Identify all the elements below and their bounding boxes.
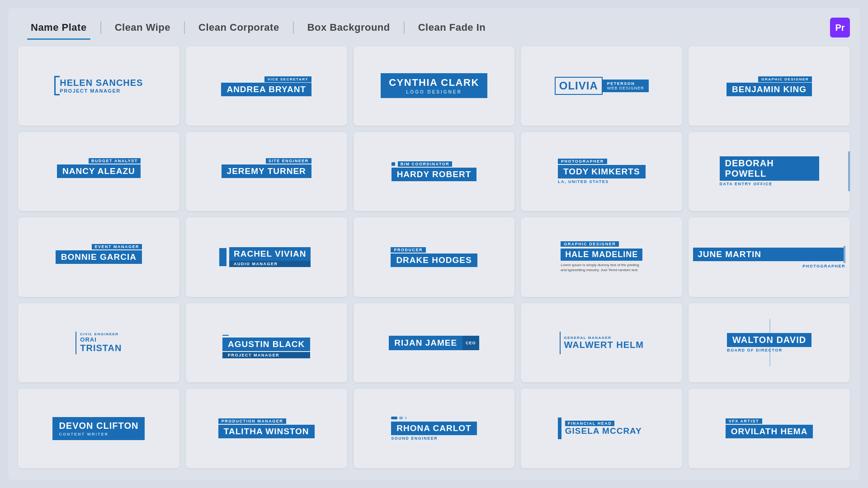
- june-name: JUNE MARTIN: [693, 248, 844, 261]
- card-olivia[interactable]: OLIVIA PETERSON WEB DESIGNER: [521, 46, 682, 126]
- olivia-title: WEB DESIGNER: [607, 86, 644, 90]
- olivia-name: OLIVIA: [555, 77, 603, 95]
- helen-title: PROJECT MANAGER: [60, 88, 143, 94]
- agustin-title: PROJECT MANAGER: [222, 352, 310, 358]
- bonnie-name: BONNIE GARCIA: [56, 250, 142, 264]
- helen-name: HELEN SANCHES: [60, 78, 143, 88]
- card-helen[interactable]: HELEN SANCHES PROJECT MANAGER: [18, 46, 179, 126]
- lt-hale: GRAPHIC DESIGNER HALE MADELINE Lorem ips…: [561, 241, 642, 272]
- benjamin-role: GRAPHIC DESIGNER: [758, 76, 812, 82]
- rijan-title: CEO: [462, 336, 479, 350]
- tab-box-background[interactable]: Box Background: [295, 17, 403, 38]
- lt-rachel: RACHEL VIVIAN AUDIO MANAGER: [219, 247, 313, 267]
- tab-divider-4: [404, 21, 405, 34]
- rachel-content: RACHEL VIVIAN AUDIO MANAGER: [226, 247, 313, 267]
- walwert-role: GENERAL MANAGER: [564, 336, 644, 340]
- card-andrea[interactable]: VICE SECRETARY ANDREA BRYANT: [186, 46, 347, 126]
- andrea-name: ANDREA BRYANT: [221, 83, 311, 96]
- lt-gisela: FINANCIAL HEAD GISELA MCCRAY: [558, 418, 646, 439]
- card-agustin[interactable]: AGUSTIN BLACK PROJECT MANAGER: [186, 303, 347, 383]
- card-deborah[interactable]: DEBORAH POWELL DATA ENTRY OFFICE: [689, 132, 850, 211]
- benjamin-name: BENJAMIN KING: [726, 83, 812, 96]
- card-jeremy[interactable]: SITE ENGINEER JEREMY TURNER: [186, 132, 347, 211]
- card-rhona[interactable]: RHONA CARLOT SOUND ENGINEER: [354, 389, 515, 468]
- rachel-wrap: RACHEL VIVIAN AUDIO MANAGER: [219, 247, 313, 267]
- lt-benjamin: GRAPHIC DESIGNER BENJAMIN KING: [726, 83, 812, 96]
- card-june[interactable]: JUNE MARTIN PHOTOGRAPHER: [689, 217, 850, 297]
- card-hardy[interactable]: BIM COORDINATOR HARDY ROBERT: [354, 132, 515, 211]
- card-gisela[interactable]: FINANCIAL HEAD GISELA MCCRAY: [521, 389, 682, 468]
- agustin-sub: [222, 335, 229, 336]
- tab-divider-1: [100, 21, 101, 34]
- lt-june: JUNE MARTIN PHOTOGRAPHER: [689, 246, 850, 268]
- tab-bar: Name Plate Clean Wipe Clean Corporate Bo…: [18, 17, 850, 38]
- lt-drake: PRODUCER DRAKE HODGES: [391, 247, 477, 267]
- rhona-title: SOUND ENGINEER: [391, 436, 476, 441]
- orvilath-role: VFX ARTIST: [726, 418, 762, 424]
- gisela-content: FINANCIAL HEAD GISELA MCCRAY: [561, 421, 646, 436]
- card-tody[interactable]: PHOTOGRAPHER TODY KIMKERTS LA, UNITED ST…: [521, 132, 682, 211]
- lt-orai: CIVIL ENGINEER ORAI TRISTAN: [75, 332, 122, 354]
- tab-clean-corporate[interactable]: Clean Corporate: [186, 17, 292, 38]
- hardy-accent: [392, 162, 395, 166]
- rhona-dots: [391, 417, 476, 419]
- tody-role: PHOTOGRAPHER: [558, 159, 607, 164]
- nancy-role: BUDGET ANALYST: [89, 158, 141, 164]
- lt-nancy: BUDGET ANALYST NANCY ALEAZU: [57, 164, 141, 178]
- card-rachel[interactable]: RACHEL VIVIAN AUDIO MANAGER: [186, 217, 347, 297]
- tody-name: TODY KIMKERTS: [558, 165, 646, 178]
- drake-role: PRODUCER: [391, 247, 426, 253]
- cynthia-title: LOGO DESIGNER: [389, 89, 479, 94]
- lt-walwert: GENERAL MANAGER WALWERT HELM: [560, 332, 644, 354]
- premiere-logo: Pr: [830, 18, 850, 38]
- rhona-dot3: [405, 417, 407, 419]
- tab-name-plate[interactable]: Name Plate: [18, 17, 99, 38]
- card-cynthia[interactable]: CYNTHIA CLARK LOGO DESIGNER: [354, 46, 515, 126]
- lt-andrea: VICE SECRETARY ANDREA BRYANT: [221, 83, 311, 96]
- rachel-bar: [219, 248, 226, 266]
- lt-hardy: BIM COORDINATOR HARDY ROBERT: [392, 161, 477, 181]
- bracket-helen: [54, 76, 56, 95]
- card-hale[interactable]: GRAPHIC DESIGNER HALE MADELINE Lorem ips…: [521, 217, 682, 297]
- gisela-top-tick: [558, 418, 561, 419]
- card-nancy[interactable]: BUDGET ANALYST NANCY ALEAZU: [18, 132, 179, 211]
- hardy-role: BIM COORDINATOR: [398, 161, 453, 167]
- rhona-dot1: [391, 417, 397, 419]
- agustin-name: AGUSTIN BLACK: [222, 338, 310, 351]
- june-clip: [844, 246, 845, 263]
- andrea-role: VICE SECRETARY: [264, 76, 311, 82]
- card-drake[interactable]: PRODUCER DRAKE HODGES: [354, 217, 515, 297]
- jeremy-role: SITE ENGINEER: [266, 158, 311, 164]
- card-benjamin[interactable]: GRAPHIC DESIGNER BENJAMIN KING: [689, 46, 850, 126]
- gisela-name: GISELA MCCRAY: [565, 426, 642, 436]
- card-walwert[interactable]: GENERAL MANAGER WALWERT HELM: [521, 303, 682, 383]
- hale-sub: Lorem ipsum is simply dummy text of the …: [561, 263, 642, 272]
- rachel-name: RACHEL VIVIAN: [229, 247, 311, 261]
- talitha-role: PRODUCTION MANAGER: [218, 418, 287, 424]
- walwert-vline: [560, 332, 561, 354]
- olivia-info: PETERSON WEB DESIGNER: [603, 80, 649, 92]
- drake-name: DRAKE HODGES: [391, 253, 477, 267]
- card-rijan[interactable]: RIJAN JAMEE CEO: [354, 303, 515, 383]
- orai-name2: TRISTAN: [80, 343, 122, 353]
- lt-deborah: DEBORAH POWELL DATA ENTRY OFFICE: [720, 156, 819, 186]
- card-orvilath[interactable]: VFX ARTIST ORVILATH HEMA: [689, 389, 850, 468]
- tab-clean-fade-in[interactable]: Clean Fade In: [406, 17, 499, 38]
- june-wrap: JUNE MARTIN: [693, 246, 845, 263]
- tab-divider-2: [184, 21, 185, 34]
- june-role: PHOTOGRAPHER: [693, 264, 845, 268]
- card-orai[interactable]: CIVIL ENGINEER ORAI TRISTAN: [18, 303, 179, 383]
- walton-vline: [769, 319, 770, 366]
- rhona-dot2: [399, 417, 403, 419]
- orai-role: CIVIL ENGINEER: [80, 332, 122, 336]
- orvilath-name: ORVILATH HEMA: [726, 425, 813, 438]
- devon-name: DEVON CLIFTON: [59, 421, 138, 431]
- gisela-accent: [558, 418, 561, 439]
- card-talitha[interactable]: PRODUCTION MANAGER TALITHA WINSTON: [186, 389, 347, 468]
- card-bonnie[interactable]: EVENT MANAGER BONNIE GARCIA: [18, 217, 179, 297]
- deborah-clip-indicator: [848, 151, 850, 191]
- card-devon[interactable]: DEVON CLIFTON CONTENT WRITER: [18, 389, 179, 468]
- bonnie-role: EVENT MANAGER: [92, 244, 142, 249]
- card-walton[interactable]: WALTON DAVID BOARD OF DIRECTOR: [689, 303, 850, 383]
- tab-clean-wipe[interactable]: Clean Wipe: [102, 17, 183, 38]
